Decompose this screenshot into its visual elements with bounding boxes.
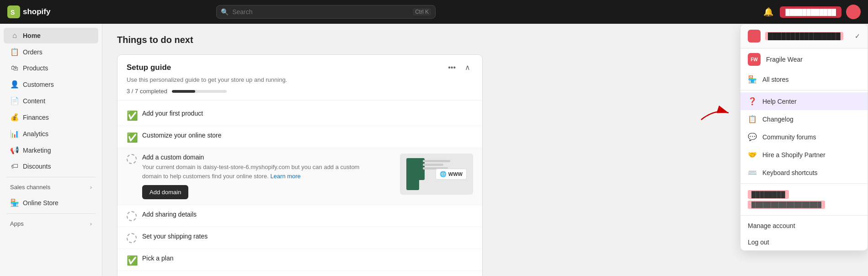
sidebar-item-online-store[interactable]: 🏪 Online Store bbox=[4, 195, 98, 211]
store-header-left: ████████████████ bbox=[748, 30, 843, 42]
task-content-3: Add a custom domain Your current domain … bbox=[142, 154, 473, 199]
sidebar-item-home[interactable]: ⌂ Home bbox=[4, 28, 98, 43]
orders-icon: 📋 bbox=[10, 48, 19, 56]
domain-preview: 🌐 WWW bbox=[400, 154, 473, 195]
sidebar-item-label: Discounts bbox=[23, 163, 51, 170]
profile-button[interactable] bbox=[846, 5, 861, 19]
progress-row: 3 / 7 completed bbox=[127, 88, 473, 95]
sidebar-item-products[interactable]: 🛍 Products bbox=[4, 60, 98, 76]
changelog-label: Changelog bbox=[762, 116, 793, 123]
learn-more-link[interactable]: Learn more bbox=[270, 173, 300, 180]
dropdown-item-log-out[interactable]: Log out bbox=[740, 234, 868, 250]
setup-card-header: Setup guide ••• ∧ Use this personalized … bbox=[117, 55, 482, 101]
green-block-1 bbox=[406, 158, 425, 180]
discounts-icon: 🏷 bbox=[10, 162, 19, 170]
task-content-5: Set your shipping rates bbox=[142, 233, 473, 240]
task-item-plan[interactable]: ✅ Pick a plan bbox=[117, 249, 482, 271]
sidebar-section-apps[interactable]: Apps › bbox=[4, 217, 98, 231]
task-item-add-domain[interactable]: Add a custom domain Your current domain … bbox=[117, 148, 482, 205]
task-item-customize-store[interactable]: ✅ Customize your online store bbox=[117, 126, 482, 148]
collapse-button[interactable]: ∧ bbox=[462, 62, 473, 73]
sidebar-divider-2 bbox=[6, 213, 96, 214]
progress-fill bbox=[172, 90, 196, 93]
task-item-password[interactable]: Remove your store password bbox=[117, 271, 482, 276]
content-area: Things to do next Setup guide ••• ∧ Use … bbox=[102, 24, 868, 276]
sidebar-section-sales-channels[interactable]: Sales channels › bbox=[4, 180, 98, 194]
dropdown-item-help-center[interactable]: ❓ Help Center bbox=[740, 92, 868, 110]
task-completed-icon: ✅ bbox=[127, 110, 137, 120]
task-completed-icon-2: ✅ bbox=[127, 132, 137, 142]
dropdown-panel: ████████████████ ✓ FW Fragile Wear 🏪 All… bbox=[740, 24, 868, 251]
dropdown-item-community-forums[interactable]: 💬 Community forums bbox=[740, 128, 868, 146]
sidebar-item-marketing[interactable]: 📢 Marketing bbox=[4, 142, 98, 158]
sidebar-item-label: Products bbox=[23, 64, 48, 72]
www-badge: 🌐 WWW bbox=[436, 169, 467, 180]
setup-card-actions: ••• ∧ bbox=[445, 62, 473, 73]
sidebar-item-content[interactable]: 📄 Content bbox=[4, 93, 98, 109]
www-text: WWW bbox=[448, 171, 463, 177]
sidebar-item-customers[interactable]: 👤 Customers bbox=[4, 76, 98, 92]
keyboard-shortcuts-label: Keyboard shortcuts bbox=[762, 169, 818, 176]
search-bar: 🔍 Ctrl K bbox=[216, 5, 436, 19]
setup-card-title: Setup guide bbox=[127, 63, 171, 72]
sidebar: ⌂ Home 📋 Orders 🛍 Products 👤 Customers 📄… bbox=[0, 24, 102, 276]
globe-icon: 🌐 bbox=[440, 171, 447, 177]
sidebar-item-label: Content bbox=[23, 97, 45, 105]
setup-card-top: Setup guide ••• ∧ bbox=[127, 62, 473, 73]
all-stores-label: All stores bbox=[762, 76, 789, 83]
user-email-masked: ██████████████████ bbox=[748, 201, 825, 209]
task-pending-icon-3 bbox=[127, 233, 137, 243]
sidebar-item-orders[interactable]: 📋 Orders bbox=[4, 44, 98, 60]
store-name-button[interactable]: ████████████ bbox=[780, 6, 841, 18]
task-name-5: Set your shipping rates bbox=[142, 233, 473, 240]
dropdown-store-header[interactable]: ████████████████ ✓ bbox=[740, 24, 868, 48]
sidebar-item-label: Home bbox=[23, 32, 41, 39]
current-store-name: ████████████████ bbox=[765, 32, 843, 40]
sidebar-item-finances[interactable]: 💰 Finances bbox=[4, 109, 98, 125]
task-item-add-product[interactable]: ✅ Add your first product bbox=[117, 104, 482, 126]
task-name-6: Pick a plan bbox=[142, 255, 473, 262]
manage-account-label: Manage account bbox=[748, 222, 795, 229]
dropdown-divider-3 bbox=[740, 215, 868, 216]
dropdown-item-all-stores[interactable]: 🏪 All stores bbox=[740, 70, 868, 88]
customers-icon: 👤 bbox=[10, 80, 19, 89]
domain-preview-image: 🌐 WWW bbox=[400, 154, 473, 195]
task-content-4: Add sharing details bbox=[142, 211, 473, 218]
task-item-sharing[interactable]: Add sharing details bbox=[117, 205, 482, 227]
dropdown-item-fragile-wear[interactable]: FW Fragile Wear bbox=[740, 48, 868, 70]
add-domain-button[interactable]: Add domain bbox=[142, 185, 188, 199]
shopify-logo-icon: S bbox=[7, 5, 20, 18]
search-input[interactable] bbox=[216, 5, 436, 19]
dropdown-item-keyboard-shortcuts[interactable]: ⌨️ Keyboard shortcuts bbox=[740, 164, 868, 181]
topbar: S shopify 🔍 Ctrl K 🔔 ████████████ bbox=[0, 0, 868, 24]
more-options-button[interactable]: ••• bbox=[445, 63, 458, 73]
chevron-right-icon: › bbox=[90, 184, 92, 191]
task-pending-icon bbox=[127, 154, 137, 164]
dropdown-divider-1 bbox=[740, 90, 868, 90]
dropdown-item-hire-partner[interactable]: 🤝 Hire a Shopify Partner bbox=[740, 146, 868, 164]
notification-bell-button[interactable]: 🔔 bbox=[761, 5, 775, 19]
shopify-logo: S shopify bbox=[7, 5, 50, 18]
task-description: Your current domain is daisy-test-store-… bbox=[142, 163, 371, 180]
sidebar-item-discounts[interactable]: 🏷 Discounts bbox=[4, 159, 98, 174]
dropdown-item-changelog[interactable]: 📋 Changelog bbox=[740, 110, 868, 128]
sidebar-item-label: Online Store bbox=[23, 199, 59, 207]
task-item-shipping[interactable]: Set your shipping rates bbox=[117, 227, 482, 249]
sidebar-item-label: Orders bbox=[23, 48, 43, 56]
forums-icon: 💬 bbox=[748, 133, 757, 141]
arrow-indicator bbox=[697, 104, 733, 124]
logo-text: shopify bbox=[23, 7, 50, 16]
search-shortcut: Ctrl K bbox=[413, 8, 431, 16]
products-icon: 🛍 bbox=[10, 64, 19, 72]
content-icon: 📄 bbox=[10, 96, 19, 105]
help-icon: ❓ bbox=[748, 97, 757, 106]
marketing-icon: 📢 bbox=[10, 146, 19, 154]
setup-card: Setup guide ••• ∧ Use this personalized … bbox=[117, 54, 483, 276]
dropdown-divider-2 bbox=[740, 183, 868, 184]
fw-badge: FW bbox=[748, 53, 761, 66]
analytics-icon: 📊 bbox=[10, 129, 19, 138]
line-2 bbox=[423, 164, 443, 166]
sidebar-item-analytics[interactable]: 📊 Analytics bbox=[4, 126, 98, 142]
task-content-6: Pick a plan bbox=[142, 255, 473, 262]
dropdown-item-manage-account[interactable]: Manage account bbox=[740, 218, 868, 234]
